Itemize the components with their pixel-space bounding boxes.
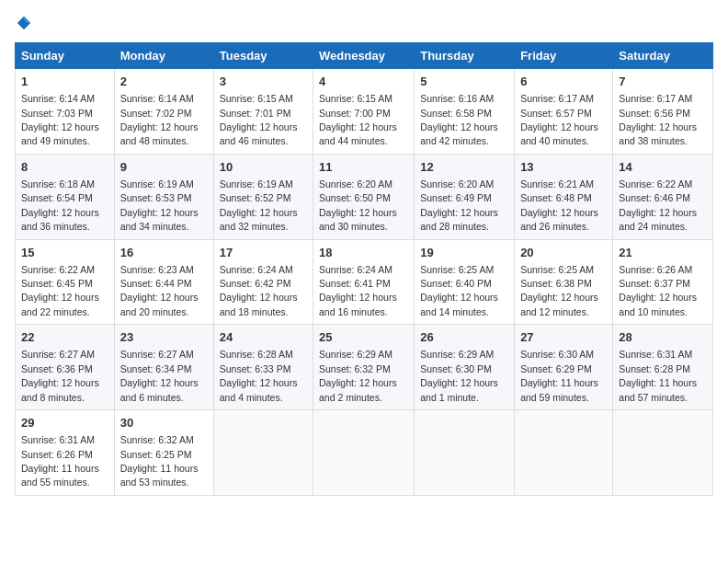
calendar-day-cell: 6Sunrise: 6:17 AMSunset: 6:57 PMDaylight… xyxy=(515,69,613,155)
logo xyxy=(15,15,33,31)
calendar-day-cell: 9Sunrise: 6:19 AMSunset: 6:53 PMDaylight… xyxy=(114,154,213,239)
calendar-day-cell: 17Sunrise: 6:24 AMSunset: 6:42 PMDayligh… xyxy=(213,239,313,325)
day-number: 15 xyxy=(21,245,108,261)
day-info: Sunrise: 6:22 AMSunset: 6:46 PMDaylight:… xyxy=(619,178,697,232)
day-number: 4 xyxy=(319,74,408,90)
day-info: Sunrise: 6:15 AMSunset: 7:01 PMDaylight:… xyxy=(220,93,298,146)
weekday-header-saturday: Saturday xyxy=(613,43,713,69)
day-number: 17 xyxy=(220,245,307,261)
calendar-day-cell xyxy=(415,410,515,496)
day-info: Sunrise: 6:22 AMSunset: 6:45 PMDaylight:… xyxy=(21,264,99,317)
day-info: Sunrise: 6:29 AMSunset: 6:32 PMDaylight:… xyxy=(319,349,397,402)
weekday-header-tuesday: Tuesday xyxy=(213,43,313,69)
weekday-header-row: SundayMondayTuesdayWednesdayThursdayFrid… xyxy=(16,43,713,69)
day-info: Sunrise: 6:27 AMSunset: 6:36 PMDaylight:… xyxy=(21,349,99,402)
day-number: 12 xyxy=(420,159,508,176)
day-info: Sunrise: 6:18 AMSunset: 6:54 PMDaylight:… xyxy=(21,178,99,232)
day-number: 1 xyxy=(21,74,108,90)
day-number: 27 xyxy=(520,329,607,346)
day-info: Sunrise: 6:28 AMSunset: 6:33 PMDaylight:… xyxy=(220,349,298,402)
day-number: 10 xyxy=(220,159,307,176)
calendar-day-cell: 13Sunrise: 6:21 AMSunset: 6:48 PMDayligh… xyxy=(515,154,613,239)
day-number: 13 xyxy=(520,159,607,176)
calendar-day-cell: 4Sunrise: 6:15 AMSunset: 7:00 PMDaylight… xyxy=(313,69,415,155)
calendar-day-cell: 19Sunrise: 6:25 AMSunset: 6:40 PMDayligh… xyxy=(415,239,515,325)
day-info: Sunrise: 6:19 AMSunset: 6:52 PMDaylight:… xyxy=(220,178,298,232)
calendar-day-cell xyxy=(515,410,613,496)
calendar-day-cell: 21Sunrise: 6:26 AMSunset: 6:37 PMDayligh… xyxy=(613,239,713,325)
day-info: Sunrise: 6:31 AMSunset: 6:26 PMDaylight:… xyxy=(21,434,99,488)
calendar-table: SundayMondayTuesdayWednesdayThursdayFrid… xyxy=(15,42,713,496)
day-info: Sunrise: 6:25 AMSunset: 6:38 PMDaylight:… xyxy=(520,264,598,317)
calendar-day-cell: 1Sunrise: 6:14 AMSunset: 7:03 PMDaylight… xyxy=(16,69,115,155)
day-info: Sunrise: 6:30 AMSunset: 6:29 PMDaylight:… xyxy=(520,349,598,402)
day-info: Sunrise: 6:27 AMSunset: 6:34 PMDaylight:… xyxy=(120,349,199,402)
day-number: 20 xyxy=(520,245,607,261)
day-info: Sunrise: 6:21 AMSunset: 6:48 PMDaylight:… xyxy=(520,178,598,232)
calendar-day-cell: 12Sunrise: 6:20 AMSunset: 6:49 PMDayligh… xyxy=(415,154,515,239)
day-number: 23 xyxy=(120,329,208,346)
calendar-day-cell: 29Sunrise: 6:31 AMSunset: 6:26 PMDayligh… xyxy=(16,410,115,496)
calendar-day-cell xyxy=(613,410,713,496)
day-number: 25 xyxy=(319,329,408,346)
day-info: Sunrise: 6:31 AMSunset: 6:28 PMDaylight:… xyxy=(619,349,697,402)
day-number: 22 xyxy=(21,329,108,346)
weekday-header-wednesday: Wednesday xyxy=(313,43,415,69)
day-info: Sunrise: 6:20 AMSunset: 6:50 PMDaylight:… xyxy=(319,178,397,232)
day-info: Sunrise: 6:19 AMSunset: 6:53 PMDaylight:… xyxy=(120,178,199,232)
day-info: Sunrise: 6:14 AMSunset: 7:02 PMDaylight:… xyxy=(120,93,199,146)
calendar-week-row: 29Sunrise: 6:31 AMSunset: 6:26 PMDayligh… xyxy=(16,410,713,496)
day-number: 19 xyxy=(420,245,508,261)
day-info: Sunrise: 6:16 AMSunset: 6:58 PMDaylight:… xyxy=(420,93,498,146)
weekday-header-friday: Friday xyxy=(515,43,613,69)
calendar-day-cell: 15Sunrise: 6:22 AMSunset: 6:45 PMDayligh… xyxy=(16,239,115,325)
calendar-day-cell: 16Sunrise: 6:23 AMSunset: 6:44 PMDayligh… xyxy=(114,239,213,325)
weekday-header-monday: Monday xyxy=(114,43,213,69)
day-info: Sunrise: 6:17 AMSunset: 6:56 PMDaylight:… xyxy=(619,93,697,146)
calendar-day-cell: 25Sunrise: 6:29 AMSunset: 6:32 PMDayligh… xyxy=(313,325,415,410)
day-number: 11 xyxy=(319,159,408,176)
day-number: 21 xyxy=(619,245,707,261)
day-number: 24 xyxy=(220,329,307,346)
calendar-day-cell: 26Sunrise: 6:29 AMSunset: 6:30 PMDayligh… xyxy=(415,325,515,410)
day-info: Sunrise: 6:14 AMSunset: 7:03 PMDaylight:… xyxy=(21,93,99,146)
calendar-day-cell xyxy=(213,410,313,496)
calendar-week-row: 15Sunrise: 6:22 AMSunset: 6:45 PMDayligh… xyxy=(16,239,713,325)
day-number: 3 xyxy=(220,74,307,90)
day-number: 5 xyxy=(420,74,508,90)
calendar-week-row: 1Sunrise: 6:14 AMSunset: 7:03 PMDaylight… xyxy=(16,69,713,155)
day-info: Sunrise: 6:32 AMSunset: 6:25 PMDaylight:… xyxy=(120,434,199,488)
day-number: 29 xyxy=(21,415,108,431)
weekday-header-thursday: Thursday xyxy=(415,43,515,69)
day-number: 30 xyxy=(120,415,208,431)
day-info: Sunrise: 6:23 AMSunset: 6:44 PMDaylight:… xyxy=(120,264,199,317)
calendar-day-cell: 22Sunrise: 6:27 AMSunset: 6:36 PMDayligh… xyxy=(16,325,115,410)
calendar-day-cell: 8Sunrise: 6:18 AMSunset: 6:54 PMDaylight… xyxy=(16,154,115,239)
day-number: 28 xyxy=(619,329,707,346)
calendar-day-cell: 28Sunrise: 6:31 AMSunset: 6:28 PMDayligh… xyxy=(613,325,713,410)
calendar-day-cell: 23Sunrise: 6:27 AMSunset: 6:34 PMDayligh… xyxy=(114,325,213,410)
day-number: 14 xyxy=(619,159,707,176)
day-info: Sunrise: 6:20 AMSunset: 6:49 PMDaylight:… xyxy=(420,178,498,232)
day-info: Sunrise: 6:25 AMSunset: 6:40 PMDaylight:… xyxy=(420,264,498,317)
day-info: Sunrise: 6:29 AMSunset: 6:30 PMDaylight:… xyxy=(420,349,498,402)
day-number: 7 xyxy=(619,74,707,90)
page-header xyxy=(15,15,713,31)
calendar-day-cell xyxy=(313,410,415,496)
calendar-day-cell: 7Sunrise: 6:17 AMSunset: 6:56 PMDaylight… xyxy=(613,69,713,155)
calendar-day-cell: 20Sunrise: 6:25 AMSunset: 6:38 PMDayligh… xyxy=(515,239,613,325)
day-number: 16 xyxy=(120,245,208,261)
calendar-day-cell: 14Sunrise: 6:22 AMSunset: 6:46 PMDayligh… xyxy=(613,154,713,239)
calendar-day-cell: 24Sunrise: 6:28 AMSunset: 6:33 PMDayligh… xyxy=(213,325,313,410)
day-number: 2 xyxy=(120,74,208,90)
day-number: 26 xyxy=(420,329,508,346)
calendar-week-row: 22Sunrise: 6:27 AMSunset: 6:36 PMDayligh… xyxy=(16,325,713,410)
calendar-week-row: 8Sunrise: 6:18 AMSunset: 6:54 PMDaylight… xyxy=(16,154,713,239)
day-info: Sunrise: 6:17 AMSunset: 6:57 PMDaylight:… xyxy=(520,93,598,146)
day-info: Sunrise: 6:26 AMSunset: 6:37 PMDaylight:… xyxy=(619,264,697,317)
day-info: Sunrise: 6:24 AMSunset: 6:42 PMDaylight:… xyxy=(220,264,298,317)
calendar-day-cell: 5Sunrise: 6:16 AMSunset: 6:58 PMDaylight… xyxy=(415,69,515,155)
day-number: 18 xyxy=(319,245,408,261)
weekday-header-sunday: Sunday xyxy=(16,43,115,69)
calendar-day-cell: 3Sunrise: 6:15 AMSunset: 7:01 PMDaylight… xyxy=(213,69,313,155)
